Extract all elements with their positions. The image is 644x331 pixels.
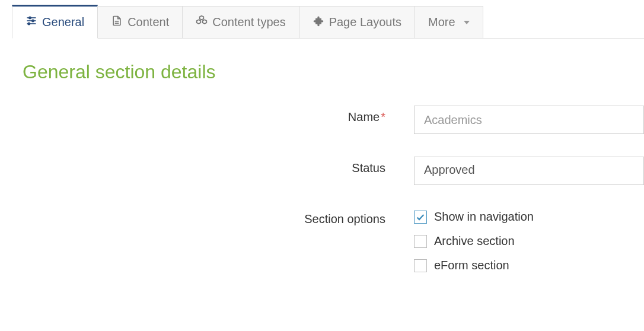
status-select[interactable]: Approved	[414, 157, 644, 185]
tab-label: General	[42, 15, 84, 29]
checkbox-eform[interactable]	[414, 259, 427, 272]
tab-general[interactable]: General	[12, 5, 98, 39]
tab-label: Content	[127, 15, 169, 29]
required-asterisk: *	[381, 110, 385, 123]
checkbox-group: Show in navigation Archive section eForm…	[414, 208, 644, 272]
caret-down-icon	[464, 21, 470, 24]
status-label: Status	[23, 157, 414, 175]
tab-label: More	[428, 15, 455, 29]
puzzle-icon	[313, 15, 324, 30]
label-text: Name	[348, 110, 380, 123]
checkbox-row-archive: Archive section	[414, 234, 644, 248]
form-row-status: Status Approved	[23, 157, 644, 185]
checkbox-row-show-in-nav: Show in navigation	[414, 210, 644, 224]
name-input[interactable]	[414, 106, 644, 134]
checkbox-label: Archive section	[434, 234, 515, 248]
checkbox-label: eForm section	[434, 259, 509, 272]
checkbox-show-in-nav[interactable]	[414, 211, 427, 224]
name-label: Name*	[23, 106, 414, 124]
content-panel: General section details Name* Status App…	[12, 39, 644, 272]
tab-label: Content types	[212, 15, 285, 29]
tab-content[interactable]: Content	[97, 6, 183, 38]
tab-more[interactable]: More	[415, 6, 483, 38]
sliders-icon	[25, 15, 37, 30]
tab-label: Page Layouts	[329, 15, 401, 29]
form-row-options: Section options Show in navigation Archi…	[23, 208, 644, 272]
options-label: Section options	[23, 208, 414, 226]
checkbox-row-eform: eForm section	[414, 259, 644, 272]
checkbox-label: Show in navigation	[434, 210, 534, 224]
svg-point-5	[28, 23, 30, 24]
form-row-name: Name*	[23, 106, 644, 134]
cubes-icon	[196, 15, 208, 30]
checkbox-archive[interactable]	[414, 235, 427, 248]
tab-bar: General Content Content types Page Layou…	[12, 6, 644, 39]
tab-page-layouts[interactable]: Page Layouts	[299, 6, 415, 38]
tab-content-types[interactable]: Content types	[182, 6, 299, 38]
svg-point-3	[32, 20, 34, 21]
svg-point-1	[29, 17, 31, 18]
section-title: General section details	[23, 61, 644, 83]
document-icon	[111, 15, 123, 30]
